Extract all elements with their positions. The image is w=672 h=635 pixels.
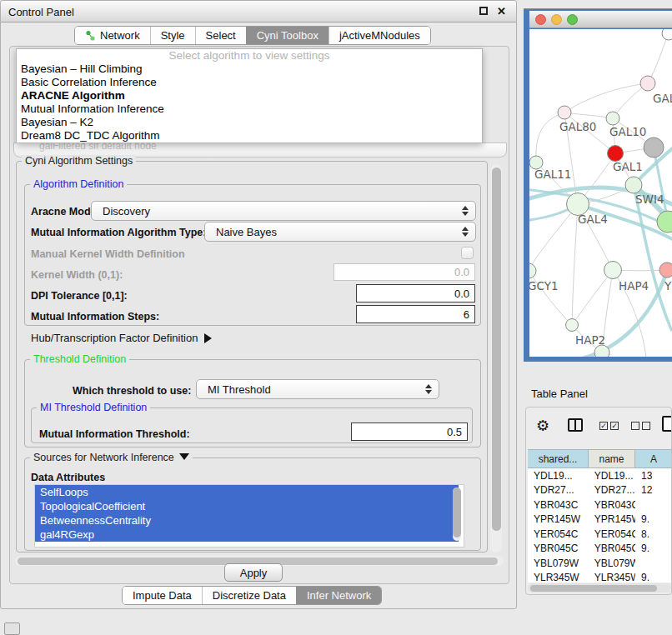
network-edge[interactable] [564,83,648,112]
network-node-GCY1[interactable] [529,263,536,278]
network-node-GAL80[interactable] [558,106,571,119]
expand-arrow-icon [204,333,212,343]
network-node-node-salmon[interactable] [659,262,672,278]
network-node-node-pink-top[interactable] [640,76,655,91]
tab-jactivemnodules[interactable]: jActiveMNodules [328,27,430,44]
table-row[interactable]: YDL19...YDL19...13 [528,468,672,483]
node-table: shared...nameAYDL19...YDL19...13YDR27...… [528,449,672,582]
tab-infer-network-label: Infer Network [307,589,371,602]
dpi-tolerance-input[interactable]: 0.0 [356,284,475,302]
mi-threshold-input[interactable]: 0.5 [351,422,468,441]
table-cell: YBL079W [589,556,635,571]
network-edge[interactable] [648,33,669,83]
document-icon[interactable] [662,416,672,432]
network-node-node-top-right[interactable] [662,29,672,40]
table-row[interactable]: YLR345WYLR345W9. [528,571,672,583]
mi-steps-input[interactable]: 6 [356,305,475,323]
node-label-hap4: HAP4 [619,279,649,292]
network-node-HAP2[interactable] [566,319,579,332]
attribute-item-gal4rgexp[interactable]: gal4RGexp [35,528,459,542]
desktop: Control Panel ✕ NetworkStyleSelectCyni T… [0,0,672,635]
tab-discretize-data[interactable]: Discretize Data [202,587,296,604]
table-row[interactable]: YBR043CYBR043C [528,498,672,512]
manual-kernel-width-checkbox[interactable] [461,247,474,259]
background-combo-text: galFiltered sif default node [39,142,157,152]
table-cell: YDL19... [589,468,635,483]
apply-button[interactable]: Apply [224,563,283,582]
kernel-width-input[interactable]: 0.0 [333,263,475,281]
minimize-traffic-light-icon[interactable] [551,14,562,25]
table-cell: YDR27... [589,483,635,498]
network-node-node-gray[interactable] [644,138,664,158]
table-row[interactable]: YPR145WYPR145W9. [528,512,672,528]
tab-cyni-toolbox[interactable]: Cyni Toolbox [246,27,328,44]
table-cell: 12 [635,483,672,498]
mi-algorithm-type-combo[interactable]: Naive Bayes [204,222,476,242]
mi-steps-value: 6 [464,308,469,321]
dropdown-item-basic-correlation-inference[interactable]: Basic Correlation Inference [17,76,482,89]
network-node-SWI4[interactable] [625,177,642,193]
table-row[interactable]: YBR045CYBR045C9. [528,542,672,557]
network-node-GAL10[interactable] [606,112,619,125]
table-cell: YLR345W [528,571,589,583]
sources-group-title[interactable]: Sources for Network Inference [30,452,193,463]
attribute-item-topologicalcoefficient[interactable]: TopologicalCoefficient [35,499,459,513]
dropdown-item-dream8-dc-tdc-algorithm[interactable]: Dream8 DC_TDC Algorithm [17,129,482,142]
node-label-gal80: GAL80 [559,120,596,133]
close-traffic-light-icon[interactable] [535,14,546,25]
float-icon[interactable] [479,7,488,15]
control-panel-window: Control Panel ✕ NetworkStyleSelectCyni T… [0,0,517,609]
columns-icon[interactable] [568,418,583,432]
table-cell: YER054C [589,527,635,542]
network-canvas[interactable]: GALGAL80GAL10GAL1GAL11SWI4GAL4GCY1HAP4YH… [529,29,672,357]
spinner-arrows-icon [459,227,472,237]
table-row[interactable]: YBL079WYBL079W [528,556,672,571]
dropdown-item-bayesian-k2[interactable]: Bayesian – K2 [17,116,482,129]
dropdown-item-bayesian-hill-climbing[interactable]: Bayesian – Hill Climbing [17,62,482,76]
tab-impute-data-label: Impute Data [133,589,192,602]
dropdown-item-aracne-algorithm[interactable]: ARACNE Algorithm [17,89,482,102]
tab-network[interactable]: Network [75,27,150,44]
minimized-panel-icon[interactable] [4,622,20,635]
gear-icon[interactable]: ⚙ [536,417,549,435]
tab-infer-network[interactable]: Infer Network [296,587,381,604]
which-threshold-combo[interactable]: MI Threshold [196,379,439,399]
table-horizontal-scrollbar [528,583,671,592]
hub-definition-expander[interactable]: Hub/Transcription Factor Definition [31,332,212,344]
attribute-item-selfloops[interactable]: SelfLoops [35,485,459,499]
column-header-a[interactable]: A [635,449,672,468]
column-header-shared-[interactable]: shared... [528,449,589,468]
node-label-hap2: HAP2 [575,333,605,347]
settings-vertical-thumb[interactable] [492,168,501,531]
table-horizontal-thumb[interactable] [530,585,657,592]
spinner-arrows-icon [422,384,435,394]
aracne-mode-combo[interactable]: Discovery [91,201,476,221]
attributes-scrollbar-thumb[interactable] [453,488,461,538]
attributes-scrollbar [453,488,461,541]
kernel-width-value: 0.0 [454,266,469,278]
control-panel-title: Control Panel [8,6,74,18]
column-header-name[interactable]: name [589,449,635,468]
network-node-HAP4[interactable] [604,262,622,279]
network-node-GAL1[interactable] [608,146,624,162]
close-icon[interactable]: ✕ [497,5,506,18]
network-icon [85,30,96,41]
tab-style[interactable]: Style [150,27,195,44]
network-edge[interactable] [572,270,613,325]
network-node-node-bottom[interactable] [594,345,609,357]
table-cell: YBR045C [528,542,589,557]
table-row[interactable]: YER054CYER054C8. [528,527,672,542]
table-row[interactable]: YDR27...YDR27...12 [528,483,672,498]
checked-boxes-icon[interactable]: ✓ ✓ [599,422,619,430]
attribute-item-betweennesscentrality[interactable]: BetweennessCentrality [35,513,459,528]
network-edge[interactable] [564,112,613,118]
zoom-traffic-light-icon[interactable] [567,14,578,25]
tab-impute-data[interactable]: Impute Data [123,587,202,604]
dropdown-item-mutual-information-inference[interactable]: Mutual Information Inference [17,102,482,116]
table-cell: YPR145W [528,512,589,528]
unchecked-boxes-icon[interactable] [631,422,650,430]
network-edge[interactable] [572,204,578,325]
table-cell: YPR145W [589,512,635,528]
network-node-node-green-right[interactable] [657,211,672,232]
tab-select[interactable]: Select [195,27,246,44]
